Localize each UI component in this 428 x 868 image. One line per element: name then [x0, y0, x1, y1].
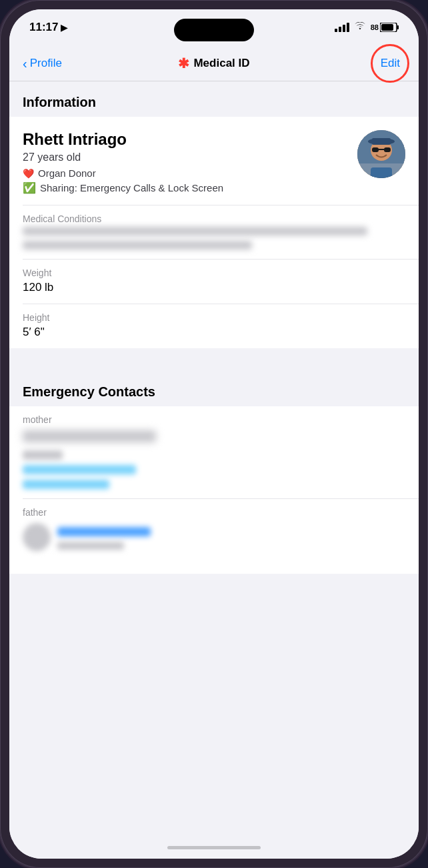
profile-name: Rhett Intriago [23, 130, 357, 149]
check-circle-icon: ✅ [23, 181, 36, 194]
content-area: Information Rhett Intriago 27 years old … [9, 81, 419, 836]
father-info-blur [57, 527, 405, 551]
home-indicator [9, 836, 419, 859]
page-title: ✱ Medical ID [178, 55, 249, 71]
profile-age: 27 years old [23, 151, 357, 163]
dynamic-island [174, 19, 254, 41]
father-detail-blur [57, 542, 124, 550]
svg-rect-1 [397, 25, 399, 29]
edit-button[interactable]: Edit [375, 54, 405, 72]
mother-sub-blur [23, 450, 63, 460]
weight-value: 120 lb [23, 281, 405, 294]
section-spacer [9, 348, 419, 371]
profile-details: Rhett Intriago 27 years old ❤️ Organ Don… [23, 130, 357, 194]
emergency-contacts-section-header: Emergency Contacts [9, 371, 419, 406]
svg-rect-2 [381, 24, 393, 31]
blur-line-1 [23, 227, 367, 236]
mother-contact-card: mother [9, 406, 419, 498]
father-relation-label: father [23, 507, 405, 518]
medical-conditions-row: Medical Conditions [9, 205, 419, 259]
status-time: 11:17 ▶ [29, 21, 67, 34]
mother-contact-blurred [23, 430, 405, 489]
svg-rect-12 [371, 167, 392, 178]
back-label[interactable]: Profile [30, 57, 62, 70]
chevron-left-icon: ‹ [23, 57, 27, 70]
mother-phone-blur-1 [23, 465, 136, 474]
phone-shell: 11:17 ▶ [0, 0, 428, 868]
location-icon: ▶ [61, 23, 67, 33]
status-bar: 11:17 ▶ [9, 9, 419, 45]
status-right: 88 [335, 22, 399, 33]
screen: 11:17 ▶ [9, 9, 419, 859]
mother-phone-blur-2 [23, 480, 109, 489]
wifi-icon [354, 22, 366, 33]
mother-name-blur [23, 430, 156, 442]
blur-line-2 [23, 241, 252, 250]
medical-conditions-blurred [23, 227, 405, 250]
profile-card: Rhett Intriago 27 years old ❤️ Organ Don… [9, 117, 419, 348]
medical-star-icon: ✱ [178, 55, 189, 71]
father-contact-card: father [9, 499, 419, 560]
father-avatar-blur [23, 523, 51, 551]
weight-label: Weight [23, 268, 405, 278]
organ-donor-row: ❤️ Organ Donor [23, 167, 357, 179]
svg-rect-11 [372, 138, 391, 145]
weight-row: Weight 120 lb [9, 260, 419, 304]
battery: 88 [371, 23, 399, 32]
father-name-blur [57, 527, 151, 536]
profile-info-area: Rhett Intriago 27 years old ❤️ Organ Don… [9, 117, 419, 205]
heart-icon: ❤️ [23, 168, 34, 179]
father-contact-blurred [23, 523, 405, 551]
svg-rect-8 [384, 147, 391, 152]
mother-relation-label: mother [23, 414, 405, 425]
back-button[interactable]: ‹ Profile [23, 57, 62, 70]
signal-bars [335, 23, 349, 32]
height-row: Height 5′ 6" [9, 304, 419, 348]
height-label: Height [23, 312, 405, 323]
avatar [357, 130, 405, 178]
edit-button-container: Edit [375, 57, 405, 70]
medical-conditions-label: Medical Conditions [23, 213, 405, 224]
information-section-header: Information [9, 81, 419, 117]
height-value: 5′ 6" [23, 326, 405, 339]
svg-rect-7 [372, 147, 379, 152]
bottom-padding [9, 560, 419, 574]
nav-bar: ‹ Profile ✱ Medical ID Edit [9, 45, 419, 81]
sharing-row: ✅ Sharing: Emergency Calls & Lock Screen [23, 181, 357, 194]
home-bar [167, 846, 261, 849]
